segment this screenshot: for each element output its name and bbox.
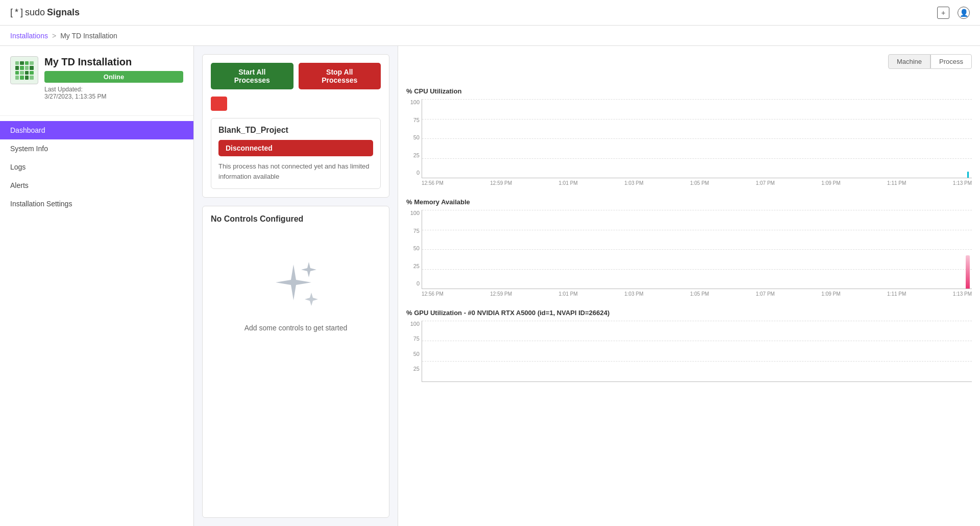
sparkles-icon — [265, 254, 327, 316]
x-label: 1:11 PM — [887, 180, 906, 186]
sidebar-item-system-info[interactable]: System Info — [0, 139, 193, 158]
x-label: 12:59 PM — [490, 180, 512, 186]
gpu-chart-section: % GPU Utilization - #0 NVIDIA RTX A5000 … — [406, 309, 972, 382]
chart-tabs: Machine Process — [888, 54, 972, 69]
x-label: 1:03 PM — [624, 291, 643, 297]
installation-icon — [10, 56, 38, 84]
grid-cell — [25, 66, 29, 70]
tab-process[interactable]: Process — [930, 54, 972, 69]
tab-machine[interactable]: Machine — [888, 54, 930, 69]
sidebar-item-dashboard[interactable]: Dashboard — [0, 121, 193, 139]
breadcrumb-separator: > — [52, 32, 56, 40]
x-label: 1:09 PM — [821, 180, 840, 186]
grid-cell — [20, 61, 24, 65]
cpu-spike — [967, 172, 969, 178]
logo-bracket-close: ] — [20, 7, 23, 18]
logo-signals: Signals — [47, 7, 80, 18]
y-label-100: 100 — [405, 99, 420, 105]
sidebar-item-alerts[interactable]: Alerts — [0, 176, 193, 195]
x-label: 1:09 PM — [821, 291, 840, 297]
main-layout: My TD Installation Online Last Updated: … — [0, 46, 980, 526]
x-label: 1:05 PM — [690, 180, 709, 186]
x-label: 1:01 PM — [559, 180, 578, 186]
x-label: 1:13 PM — [953, 180, 972, 186]
user-icon[interactable]: 👤 — [958, 7, 970, 19]
x-label: 1:05 PM — [690, 291, 709, 297]
y-label-50: 50 — [405, 245, 420, 251]
y-label-75: 75 — [405, 117, 420, 123]
controls-empty: Add some controls to get started — [211, 234, 381, 352]
process-card: Blank_TD_Project Disconnected This proce… — [211, 118, 381, 189]
y-label-0: 0 — [405, 280, 420, 286]
grid-cell — [15, 71, 19, 75]
logo-bracket-open: [ — [10, 7, 13, 18]
memory-spike — [966, 255, 970, 289]
start-all-button[interactable]: Start All Processes — [211, 63, 293, 89]
add-icon[interactable]: + — [937, 7, 949, 19]
process-status: Disconnected — [218, 140, 373, 156]
controls-section: No Controls Configured Add some controls… — [202, 206, 389, 518]
grid-cell — [30, 61, 34, 65]
controls-buttons: Start All Processes Stop All Processes — [211, 63, 381, 89]
grid-cell — [25, 71, 29, 75]
last-updated-label: Last Updated: — [44, 86, 183, 93]
gpu-chart-title: % GPU Utilization - #0 NVIDIA RTX A5000 … — [406, 309, 972, 317]
status-badge: Online — [44, 71, 183, 83]
y-label-25: 25 — [405, 263, 420, 269]
x-label: 12:56 PM — [422, 180, 444, 186]
installation-info: My TD Installation Online Last Updated: … — [44, 56, 183, 100]
sidebar-item-logs[interactable]: Logs — [0, 158, 193, 176]
y-label-50: 50 — [405, 351, 420, 357]
middle-content: Start All Processes Stop All Processes B… — [194, 46, 398, 526]
last-updated: Last Updated: 3/27/2023, 1:13:35 PM — [44, 86, 183, 100]
process-name: Blank_TD_Project — [218, 126, 373, 135]
logo: [*]sudoSignals — [10, 7, 80, 18]
grid-cell — [20, 76, 24, 80]
process-desc: This process has not connected yet and h… — [218, 161, 373, 181]
header-icons: + 👤 — [937, 7, 970, 19]
memory-chart-title: % Memory Available — [406, 198, 972, 206]
grid-cell — [15, 66, 19, 70]
grid-cell — [15, 76, 19, 80]
y-label-75: 75 — [405, 228, 420, 234]
grid-cell — [25, 61, 29, 65]
y-label-0: 0 — [405, 170, 420, 176]
cpu-chart-title: % CPU Utilization — [406, 87, 972, 95]
last-updated-time: 3/27/2023, 1:13:35 PM — [44, 93, 183, 100]
x-label: 1:03 PM — [624, 180, 643, 186]
logo-asterisk: * — [15, 7, 18, 18]
grid-cell — [20, 71, 24, 75]
x-label: 12:59 PM — [490, 291, 512, 297]
grid-cell — [30, 66, 34, 70]
grid-icon — [15, 61, 34, 80]
x-label: 12:56 PM — [422, 291, 444, 297]
grid-cell — [25, 76, 29, 80]
memory-chart-section: % Memory Available 100 75 50 25 0 — [406, 198, 972, 297]
cpu-chart-section: % CPU Utilization 100 75 50 25 0 — [406, 87, 972, 186]
y-label-50: 50 — [405, 134, 420, 140]
controls-empty-text: Add some controls to get started — [244, 324, 348, 332]
process-controls-card: Start All Processes Stop All Processes B… — [202, 54, 389, 198]
y-label-100: 100 — [405, 210, 420, 216]
y-label-100: 100 — [405, 321, 420, 327]
process-status-indicator — [211, 97, 227, 111]
y-label-25: 25 — [405, 366, 420, 372]
charts-panel: Machine Process % CPU Utilization 100 75… — [398, 46, 980, 526]
y-label-75: 75 — [405, 336, 420, 342]
sidebar: My TD Installation Online Last Updated: … — [0, 46, 194, 526]
grid-cell — [30, 76, 34, 80]
x-label: 1:01 PM — [559, 291, 578, 297]
x-label: 1:07 PM — [756, 180, 775, 186]
grid-cell — [15, 61, 19, 65]
installation-title: My TD Installation — [44, 56, 183, 68]
installation-header: My TD Installation Online Last Updated: … — [10, 56, 183, 100]
installation-card: My TD Installation Online Last Updated: … — [0, 46, 193, 116]
stop-all-button[interactable]: Stop All Processes — [299, 63, 381, 89]
header: [*]sudoSignals + 👤 — [0, 0, 980, 26]
logo-sudo: sudo — [25, 7, 45, 18]
breadcrumb-current: My TD Installation — [60, 32, 117, 40]
breadcrumb-installations[interactable]: Installations — [10, 32, 48, 40]
x-label: 1:07 PM — [756, 291, 775, 297]
x-label: 1:11 PM — [887, 291, 906, 297]
sidebar-item-installation-settings[interactable]: Installation Settings — [0, 195, 193, 213]
